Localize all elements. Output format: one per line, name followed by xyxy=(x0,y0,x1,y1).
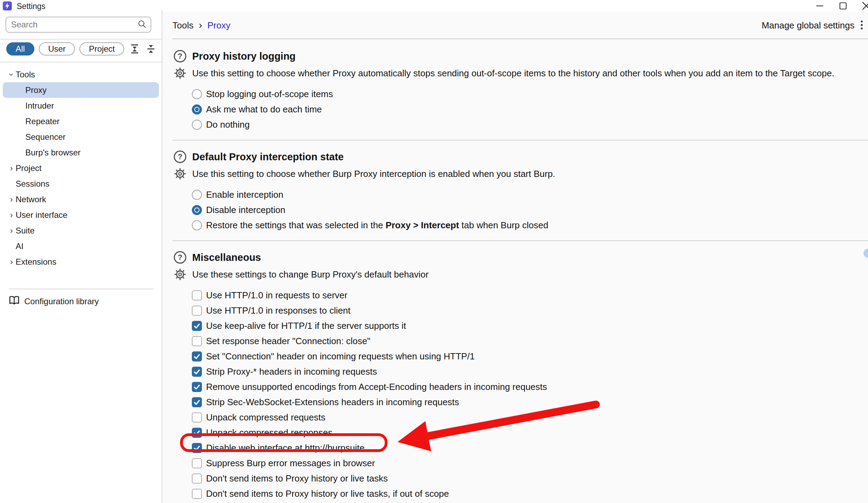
help-icon[interactable]: ? xyxy=(174,251,186,264)
kebab-menu-icon[interactable] xyxy=(860,19,863,32)
option-label: Restore the settings that was selected i… xyxy=(206,220,548,231)
sidebar-item-repeater[interactable]: Repeater xyxy=(3,113,159,129)
main-panel: Tools › Proxy Manage global settings ?Pr… xyxy=(162,12,868,503)
radio-icon[interactable] xyxy=(192,120,202,130)
sidebar-item-extensions[interactable]: ›Extensions xyxy=(3,254,159,270)
checkbox-option-strip-proxy-headers-in-incoming-requests[interactable]: Strip Proxy-* headers in incoming reques… xyxy=(192,364,868,379)
filter-pill-project[interactable]: Project xyxy=(79,42,124,56)
sidebar-item-burp-s-browser[interactable]: Burp's browser xyxy=(3,145,159,160)
chevron-right-icon[interactable]: › xyxy=(7,195,16,204)
checkbox-option-disable-web-interface-at-http-burpsuite[interactable]: Disable web interface at http://burpsuit… xyxy=(192,440,868,455)
header-divider xyxy=(172,39,868,39)
manage-global-settings-link[interactable]: Manage global settings xyxy=(762,20,854,31)
minimize-button[interactable] xyxy=(812,0,828,12)
checkbox-icon[interactable] xyxy=(192,489,202,499)
option-label: Unpack compressed requests xyxy=(206,412,325,423)
checkbox-icon[interactable] xyxy=(192,290,202,300)
breadcrumb: Tools › Proxy xyxy=(172,12,230,39)
radio-selected-icon[interactable] xyxy=(192,104,202,114)
checkbox-checked-icon[interactable] xyxy=(192,443,202,453)
sidebar-item-label: Project xyxy=(16,163,42,173)
expand-all-icon[interactable] xyxy=(129,43,141,55)
checkbox-checked-icon[interactable] xyxy=(192,321,202,331)
help-icon[interactable]: ? xyxy=(174,151,186,163)
search-input[interactable] xyxy=(6,20,137,29)
chevron-right-icon[interactable]: › xyxy=(7,226,16,236)
chevron-down-icon[interactable]: › xyxy=(7,70,16,79)
chevron-right-icon[interactable]: › xyxy=(7,210,16,220)
section-description: Use this setting to choose whether Burp … xyxy=(192,169,555,179)
checkbox-icon[interactable] xyxy=(192,458,202,468)
checkbox-icon[interactable] xyxy=(192,336,202,346)
checkbox-option-set-connection-header-on-incoming-requests-when-using-http-1[interactable]: Set "Connection" header on incoming requ… xyxy=(192,349,868,364)
sidebar-item-label: User interface xyxy=(16,210,67,220)
sidebar-item-label: Suite xyxy=(16,226,35,236)
checkbox-checked-icon[interactable] xyxy=(192,382,202,392)
checkbox-option-set-response-header-connection-close[interactable]: Set response header "Connection: close" xyxy=(192,333,868,349)
radio-option-ask-me-what-to-do-each-time[interactable]: Ask me what to do each time xyxy=(192,102,868,117)
sidebar-divider xyxy=(9,289,154,289)
filter-pill-all[interactable]: All xyxy=(6,42,34,56)
radio-option-stop-logging-out-of-scope-items[interactable]: Stop logging out-of-scope items xyxy=(192,86,868,102)
checkbox-checked-icon[interactable] xyxy=(192,351,202,361)
configuration-library-label: Configuration library xyxy=(24,297,99,306)
radio-icon[interactable] xyxy=(192,190,202,200)
book-icon xyxy=(9,295,20,308)
sidebar-item-tools[interactable]: ›Tools xyxy=(3,67,159,82)
maximize-button[interactable] xyxy=(835,0,851,12)
configuration-library-item[interactable]: Configuration library xyxy=(9,293,99,309)
sidebar-item-sessions[interactable]: Sessions xyxy=(3,176,159,191)
radio-selected-icon[interactable] xyxy=(192,205,202,215)
app-lightning-icon xyxy=(3,1,12,10)
breadcrumb-parent[interactable]: Tools xyxy=(172,20,194,31)
option-label: Do nothing xyxy=(206,119,250,130)
option-label: Use HTTP/1.0 in requests to server xyxy=(206,290,347,301)
checkbox-option-unpack-compressed-requests[interactable]: Unpack compressed requests xyxy=(192,410,868,425)
sidebar-item-network[interactable]: ›Network xyxy=(3,191,159,207)
sidebar-item-suite[interactable]: ›Suite xyxy=(3,223,159,238)
close-button[interactable] xyxy=(858,0,868,12)
sidebar-item-intruder[interactable]: Intruder xyxy=(3,98,159,113)
help-icon[interactable]: ? xyxy=(174,50,186,62)
checkbox-checked-icon[interactable] xyxy=(192,367,202,377)
radio-option-do-nothing[interactable]: Do nothing xyxy=(192,117,868,132)
option-label: Strip Sec-WebSocket-Extensions headers i… xyxy=(206,397,459,408)
option-label: Remove unsupported encodings from Accept… xyxy=(206,382,547,392)
checkbox-option-don-t-send-items-to-proxy-history-or-live-tasks-if-out-of-scope[interactable]: Don't send items to Proxy history or liv… xyxy=(192,486,868,501)
settings-window: Settings AllUserProject xyxy=(0,0,868,503)
sidebar-item-label: Proxy xyxy=(25,85,46,95)
checkbox-option-suppress-burp-error-messages-in-browser[interactable]: Suppress Burp error messages in browser xyxy=(192,455,868,471)
checkbox-option-use-http-1-0-in-requests-to-server[interactable]: Use HTTP/1.0 in requests to server xyxy=(192,288,868,303)
radio-icon[interactable] xyxy=(192,220,202,230)
sidebar-item-project[interactable]: ›Project xyxy=(3,160,159,176)
settings-sections: ?Proxy history loggingUse this setting t… xyxy=(162,40,868,503)
checkbox-icon[interactable] xyxy=(192,412,202,423)
checkbox-option-use-keep-alive-for-http-1-if-the-server-supports-it[interactable]: Use keep-alive for HTTP/1 if the server … xyxy=(192,318,868,333)
chevron-right-icon[interactable]: › xyxy=(7,163,16,173)
chevron-right-icon[interactable]: › xyxy=(7,257,16,267)
radio-option-enable-interception[interactable]: Enable interception xyxy=(192,187,868,202)
sidebar-item-sequencer[interactable]: Sequencer xyxy=(3,129,159,145)
checkbox-option-remove-unsupported-encodings-from-accept-encoding-headers-in-incoming-requests[interactable]: Remove unsupported encodings from Accept… xyxy=(192,379,868,394)
checkbox-checked-icon[interactable] xyxy=(192,428,202,438)
search-box xyxy=(6,17,151,33)
collapse-all-icon[interactable] xyxy=(145,43,157,55)
sidebar-divider xyxy=(0,39,162,40)
checkbox-option-unpack-compressed-responses[interactable]: Unpack compressed responses xyxy=(192,425,868,440)
breadcrumb-current[interactable]: Proxy xyxy=(207,20,230,31)
sidebar-item-ai[interactable]: AI xyxy=(3,238,159,254)
checkbox-option-strip-sec-websocket-extensions-headers-in-incoming-requests[interactable]: Strip Sec-WebSocket-Extensions headers i… xyxy=(192,394,868,410)
section-title: Miscellaneous xyxy=(192,252,261,263)
checkbox-icon[interactable] xyxy=(192,474,202,484)
checkbox-icon[interactable] xyxy=(192,306,202,316)
sidebar-item-user-interface[interactable]: ›User interface xyxy=(3,207,159,223)
filter-pills: AllUserProject xyxy=(6,42,155,56)
sidebar-item-proxy[interactable]: Proxy xyxy=(3,82,159,98)
radio-option-disable-interception[interactable]: Disable interception xyxy=(192,202,868,218)
filter-pill-user[interactable]: User xyxy=(39,42,75,56)
checkbox-checked-icon[interactable] xyxy=(192,397,202,407)
radio-icon[interactable] xyxy=(192,89,202,99)
checkbox-option-use-http-1-0-in-responses-to-client[interactable]: Use HTTP/1.0 in responses to client xyxy=(192,303,868,318)
radio-option-restore-the-settings-that-was-selected-in-the-proxy-intercept-tab-when-burp-closed[interactable]: Restore the settings that was selected i… xyxy=(192,218,868,233)
checkbox-option-don-t-send-items-to-proxy-history-or-live-tasks[interactable]: Don't send items to Proxy history or liv… xyxy=(192,471,868,486)
